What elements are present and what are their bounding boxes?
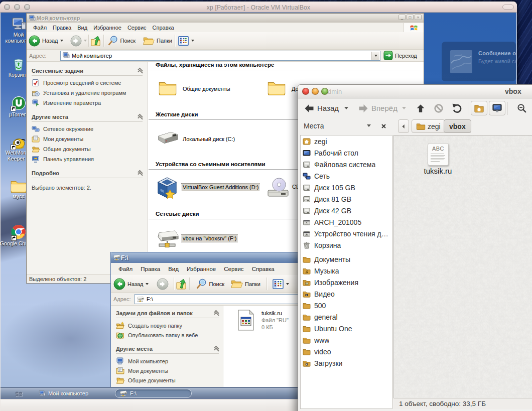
back-label[interactable]: Назад	[127, 281, 144, 287]
sidebar-item[interactable]: Сеть	[301, 170, 392, 182]
vbox-additions-icon[interactable]	[156, 176, 179, 201]
folders-button[interactable]	[230, 279, 243, 289]
menu-item[interactable]: Избранное	[90, 25, 124, 31]
tuksik-file-label[interactable]: tuksik.ru	[407, 167, 469, 175]
sidebar-item[interactable]: Изображения	[301, 277, 392, 288]
file-item-shared-docs[interactable]: Общие документы	[183, 86, 230, 92]
menu-item[interactable]: Сервис	[220, 266, 247, 272]
sidebar-item[interactable]: video	[301, 346, 392, 357]
file-item-vbox-additions[interactable]: VirtualBox Guest Additions (D:)	[182, 184, 259, 191]
cd-drive-icon[interactable]	[266, 176, 290, 200]
sidebar-item[interactable]: general	[301, 311, 392, 323]
menu-item[interactable]: Избранное	[183, 266, 220, 272]
address-combo[interactable]: F:\	[135, 294, 321, 304]
forward-button[interactable]	[358, 103, 369, 114]
sidebar-item[interactable]: 500	[301, 300, 392, 311]
menu-item[interactable]: Правка	[137, 266, 164, 272]
admin-docs-folder-icon[interactable]	[267, 80, 286, 96]
menu-item[interactable]: Вид	[74, 25, 90, 31]
breadcrumb-scroll-left[interactable]	[398, 119, 409, 133]
search-button[interactable]	[107, 35, 118, 46]
tuksik-file-icon[interactable]: ABC	[428, 143, 449, 166]
sidebar-item[interactable]: Диск 105 GB	[301, 182, 392, 193]
menu-item[interactable]: Вид	[164, 266, 183, 272]
taskpane-section-title[interactable]: Другие места	[116, 346, 153, 352]
ru-file-icon[interactable]	[237, 309, 254, 332]
network-drive-icon[interactable]	[156, 229, 180, 250]
taskpane-item[interactable]: Изменение параметра	[32, 99, 143, 107]
taskpane-section-title[interactable]: Системные задачи	[32, 68, 83, 74]
menu-item[interactable]: Файл	[114, 266, 137, 272]
folders-label[interactable]: Папки	[157, 38, 172, 44]
breadcrumb-zegi[interactable]: zegi	[412, 119, 445, 133]
go-button[interactable]	[383, 51, 393, 60]
taskpane-item[interactable]: Мои документы	[32, 135, 143, 143]
views-button[interactable]	[178, 35, 189, 47]
go-label[interactable]: Переход	[395, 53, 417, 59]
menu-item[interactable]: Правка	[50, 25, 74, 31]
sidebar-item[interactable]: Документы	[301, 253, 392, 265]
back-button[interactable]	[304, 103, 315, 114]
taskbar-button-my-computer[interactable]: Мой компьютер	[39, 389, 88, 398]
taskpane-item[interactable]: Мои документы	[116, 366, 219, 375]
file-item-local-disk[interactable]: Локальный диск (C:)	[183, 136, 235, 142]
sidebar-item[interactable]: Файловая система	[301, 159, 392, 170]
nautilus-titlebar[interactable]: dmin vbox	[298, 85, 532, 98]
virtualbox-titlebar[interactable]: xp [Работает] - Oracle VM VirtualBox	[0, 2, 517, 13]
taskpane-item[interactable]: Просмотр сведений о системе	[32, 79, 143, 87]
back-button[interactable]	[113, 278, 125, 290]
maximize-button[interactable]: □	[407, 15, 414, 20]
back-button[interactable]	[29, 35, 40, 47]
shared-docs-folder-icon[interactable]	[158, 80, 177, 96]
chevron-collapse-icon[interactable]	[138, 115, 143, 119]
zoom-out-button[interactable]	[516, 103, 527, 113]
taskpane-item[interactable]: Общие документы	[32, 145, 143, 153]
places-close-icon[interactable]	[380, 122, 387, 130]
taskpane-item[interactable]: Создать новую папку	[116, 321, 219, 330]
sidebar-item[interactable]: Музыка	[301, 265, 392, 277]
views-button[interactable]	[272, 278, 284, 290]
sidebar-item[interactable]: Устройство чтения д…	[301, 228, 392, 239]
file-name[interactable]: tuksik.ru	[261, 310, 282, 316]
places-dropdown[interactable]: Места	[304, 122, 324, 130]
computer-button[interactable]	[489, 101, 505, 115]
back-label[interactable]: Назад	[317, 104, 339, 112]
sidebar-item[interactable]: Видео	[301, 288, 392, 300]
chevron-collapse-icon[interactable]	[138, 171, 143, 176]
taskpane-item[interactable]: Панель управления	[32, 155, 143, 163]
taskpane-item[interactable]: Установка и удаление программ	[32, 89, 143, 97]
nautilus-maximize-button[interactable]	[321, 88, 328, 95]
menu-item[interactable]: Справка	[150, 25, 177, 31]
my-computer-titlebar[interactable]: Мой компьютер _ □ ✕	[27, 14, 424, 23]
folders-button[interactable]	[143, 36, 155, 46]
local-disk-icon[interactable]	[157, 130, 180, 145]
views-dropdown-caret[interactable]	[191, 40, 194, 42]
back-dropdown-caret[interactable]	[60, 40, 63, 42]
forward-dropdown-caret[interactable]	[402, 107, 406, 109]
folders-label[interactable]: Папки	[245, 281, 260, 287]
taskpane-item[interactable]: Мой компьютер	[116, 357, 219, 365]
sidebar-item[interactable]: Загрузки	[301, 357, 392, 369]
chevron-collapse-icon[interactable]	[214, 311, 219, 316]
taskbar-button-f-drive[interactable]: F:\	[115, 389, 192, 398]
nautilus-minimize-button[interactable]	[312, 88, 319, 95]
nautilus-close-button[interactable]	[302, 88, 309, 95]
taskpane-section-title[interactable]: Подробно	[32, 170, 59, 176]
up-button[interactable]	[176, 278, 188, 290]
minimize-button[interactable]: _	[398, 15, 406, 20]
forward-dropdown-caret[interactable]	[84, 40, 87, 42]
stop-button[interactable]	[434, 103, 444, 114]
back-label[interactable]: Назад	[42, 38, 58, 44]
nautilus-file-area[interactable]: ABC tuksik.ru	[393, 135, 532, 398]
search-label[interactable]: Поиск	[120, 38, 136, 44]
sidebar-item[interactable]: ARCH_201005	[301, 216, 392, 228]
menu-item[interactable]: Сервис	[124, 25, 150, 31]
sidebar-item[interactable]: Рабочий стол	[301, 147, 392, 159]
breadcrumb-vbox[interactable]: vbox	[444, 119, 471, 133]
home-button[interactable]	[471, 101, 487, 115]
menu-item[interactable]: Справка	[248, 266, 279, 272]
back-dropdown-caret[interactable]	[146, 283, 149, 285]
search-button[interactable]	[196, 278, 207, 290]
chevron-collapse-icon[interactable]	[214, 347, 219, 351]
menu-item[interactable]: Файл	[30, 25, 50, 31]
